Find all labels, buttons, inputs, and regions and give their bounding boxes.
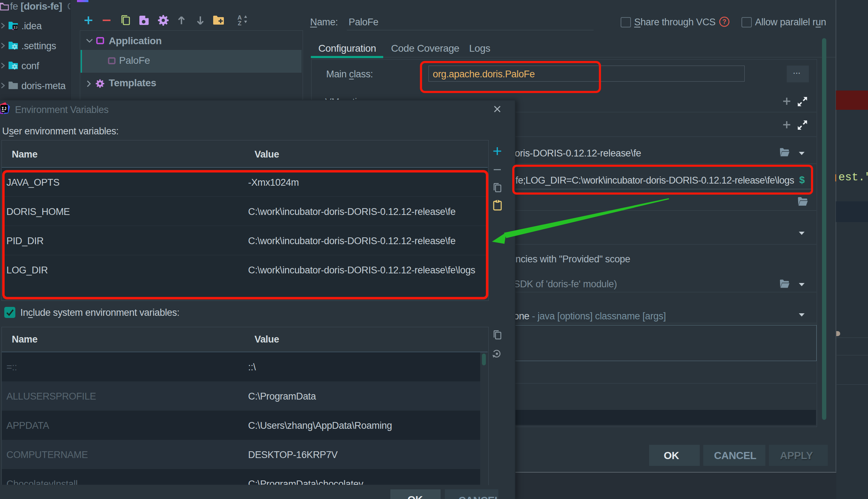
svg-text:IJ: IJ: [14, 26, 17, 30]
svg-text:Z: Z: [238, 20, 241, 26]
svg-text:?: ?: [723, 18, 726, 25]
svg-text:IJ: IJ: [1, 107, 6, 112]
